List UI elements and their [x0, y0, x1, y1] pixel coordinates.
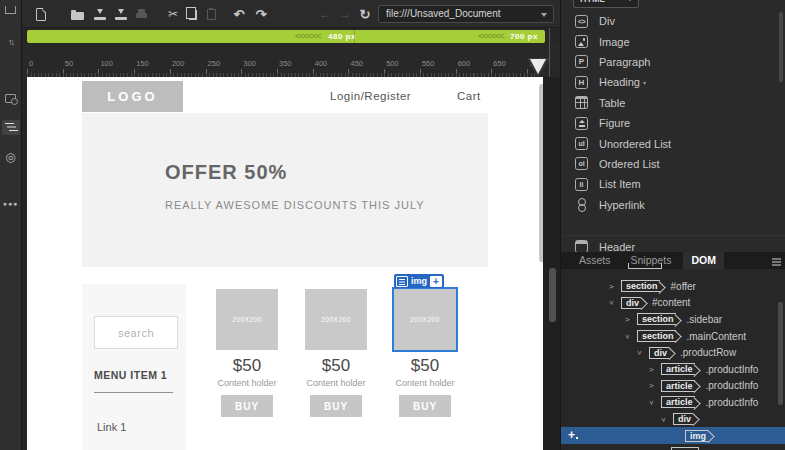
insert-item[interactable]: Heading	[561, 72, 785, 92]
dom-tree-row[interactable]: + article .productInfo	[561, 378, 785, 395]
right[interactable]	[649, 381, 659, 390]
insert-item[interactable]: Table	[561, 93, 785, 113]
dom-tag[interactable]: section	[621, 280, 660, 292]
dom-tree-row[interactable]: + div	[561, 411, 785, 428]
new-file-icon[interactable]	[33, 6, 49, 22]
product-description: Content holder	[305, 378, 367, 388]
add-element-button[interactable]: +	[568, 428, 575, 442]
insert-category-dropdown[interactable]: HTML	[573, 0, 639, 8]
dom-tag[interactable]: section	[637, 330, 676, 342]
down[interactable]	[609, 298, 619, 307]
add-element-button[interactable]: +	[430, 276, 442, 287]
cut-icon[interactable]: ✂	[165, 6, 181, 22]
img-element-hud[interactable]: img +	[394, 274, 444, 288]
dom-tag[interactable]: article	[661, 363, 695, 375]
copy-icon[interactable]	[183, 6, 199, 22]
live-view-icon[interactable]	[0, 87, 22, 109]
sidebar-link[interactable]: Link 1	[97, 421, 126, 433]
back-icon[interactable]: ←	[317, 6, 333, 22]
down[interactable]	[637, 348, 647, 357]
more-icon[interactable]: ●●●	[0, 192, 22, 214]
dom-tag[interactable]: img	[685, 430, 708, 442]
search-input[interactable]: search	[94, 316, 178, 349]
gutter-scrollbar[interactable]	[549, 268, 556, 322]
breakpoint-chevrons: <<<<<<	[295, 30, 321, 43]
right[interactable]	[625, 315, 635, 324]
top-toolbar: ✂ ↶ ↷ ← → ↻ file:///Unsaved_Document	[22, 0, 560, 28]
horizontal-ruler[interactable]: 0501001502002503003504004505005506006507…	[22, 44, 560, 77]
down[interactable]	[625, 332, 635, 341]
dom-tag[interactable]: div	[621, 297, 641, 309]
insert-item[interactable]: ul Unordered List	[561, 133, 785, 153]
ruler-number: 250	[208, 59, 221, 68]
insert-item-label: Header	[599, 241, 635, 253]
image-placeholder[interactable]: 200X200	[216, 289, 278, 350]
dom-tree-row[interactable]: + div #content	[561, 295, 785, 312]
cart-link[interactable]: Cart	[457, 90, 481, 102]
insert-item[interactable]: Paragraph	[561, 52, 785, 72]
save-all-icon[interactable]	[113, 6, 129, 22]
right[interactable]	[649, 365, 659, 374]
dom-tree-row[interactable]: + article .productInfo	[561, 394, 785, 411]
insert-item[interactable]: Image	[561, 31, 785, 51]
down[interactable]	[661, 415, 671, 424]
redo-icon[interactable]: ↷	[253, 6, 269, 22]
ruler-number: 650	[493, 59, 506, 68]
image-placeholder[interactable]: 200X200	[305, 289, 367, 350]
down[interactable]	[649, 398, 659, 407]
insert-item[interactable]: ol Ordered List	[561, 154, 785, 174]
open-file-icon[interactable]	[69, 6, 85, 22]
dom-tag[interactable]: section	[637, 313, 676, 325]
forward-icon[interactable]: →	[337, 6, 353, 22]
login-register-link[interactable]: Login/Register	[330, 90, 411, 102]
panel-menu-icon[interactable]	[772, 258, 781, 260]
inspect-icon[interactable]: ◎	[0, 146, 22, 168]
buy-button[interactable]: BUY	[310, 395, 362, 417]
product-card[interactable]: img + 200X200 $50 Content holder BUY	[394, 289, 456, 417]
insert-item[interactable]: Div	[561, 11, 785, 31]
print-icon[interactable]	[134, 6, 150, 22]
chevron-down-icon[interactable]	[541, 13, 547, 17]
dom-tag[interactable]: div	[673, 413, 693, 425]
insert-item[interactable]: li List Item	[561, 174, 785, 194]
dom-tree-row[interactable]: + section #offer	[561, 278, 785, 295]
dom-tag[interactable]: article	[661, 396, 695, 408]
buy-button[interactable]: BUY	[221, 395, 273, 417]
right-panel: HTML Div Image Paragraph	[560, 0, 785, 450]
refresh-icon[interactable]: ↻	[357, 6, 373, 22]
product-card[interactable]: 200X200 $50 Content holder BUY	[305, 289, 367, 417]
paste-icon[interactable]	[203, 6, 219, 22]
dom-tree-row[interactable]: + article .productInfo	[561, 361, 785, 378]
dom-tag[interactable]: article	[661, 380, 695, 392]
insert-panel-scrollbar[interactable]	[779, 12, 783, 82]
product-card[interactable]: 200X200 $50 Content holder BUY	[216, 289, 278, 417]
panel-tab[interactable]: Assets	[571, 252, 619, 269]
ruler-number: 50	[65, 59, 73, 68]
insert-item[interactable]: Figure	[561, 113, 785, 133]
dom-tag[interactable]: div	[649, 347, 669, 359]
save-icon[interactable]	[92, 6, 108, 22]
window-icon[interactable]	[0, 0, 22, 22]
sort-icon[interactable]: ↑↓	[0, 31, 22, 53]
insert-item[interactable]: Hyperlink	[561, 195, 785, 215]
right[interactable]	[609, 282, 619, 291]
dom-panel-scrollbar[interactable]	[778, 302, 783, 405]
undo-icon[interactable]: ↶	[231, 6, 247, 22]
panel-tab[interactable]: DOM	[683, 252, 724, 269]
logo-placeholder[interactable]: LOGO	[82, 81, 183, 112]
design-canvas[interactable]: LOGO Login/Register Cart OFFER 50% REALL…	[27, 77, 543, 450]
chevron-down-icon[interactable]	[643, 79, 646, 86]
offer-section[interactable]: OFFER 50% REALLY AWESOME DISCOUNTS THIS …	[82, 113, 488, 267]
dom-panel-icon[interactable]	[0, 116, 22, 138]
dom-tree-row[interactable]: + section .sidebar	[561, 311, 785, 328]
buy-button[interactable]: BUY	[399, 395, 451, 417]
hamburger-icon[interactable]	[396, 276, 408, 287]
dom-tree-row[interactable]: + img	[561, 427, 785, 444]
image-placeholder[interactable]: 200X200	[394, 289, 456, 350]
ruler-number: 200	[172, 59, 185, 68]
dom-tree-row[interactable]: + div .productRow	[561, 344, 785, 361]
url-input[interactable]: file:///Unsaved_Document	[378, 5, 554, 23]
sidebar-section[interactable]: search MENU ITEM 1 Link 1	[82, 284, 186, 450]
media-query-bar[interactable]: <<<<<< 480 px <<<<<< 700 px	[27, 30, 545, 43]
dom-tree-row[interactable]: + section .mainContent	[561, 328, 785, 345]
